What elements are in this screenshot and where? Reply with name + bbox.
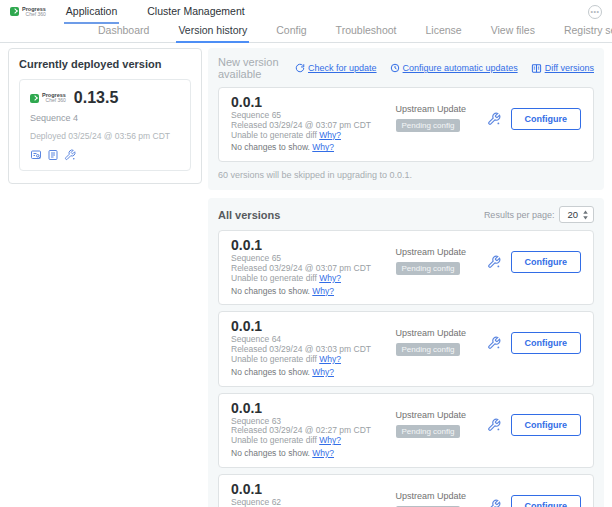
edit-config-icon[interactable] [487,336,501,350]
deployed-version-number: 0.13.5 [74,89,118,107]
check-for-update-link[interactable]: Check for update [295,63,377,73]
version-source-label: Upstream Update [396,247,487,257]
config-icon[interactable] [47,149,59,161]
deployed-version-card: Progress Chef 360 0.13.5 Sequence 4 Depl… [19,79,191,171]
top-bar: Progress Chef 360 Application Cluster Ma… [0,0,612,23]
configure-automatic-updates-link[interactable]: Configure automatic updates [390,63,518,73]
configure-button[interactable]: Configure [511,332,582,354]
diff-why-link[interactable]: Why? [319,273,341,283]
version-number: 0.0.1 [231,94,396,111]
results-per-page-select[interactable]: 20 [559,206,594,223]
version-number: 0.0.1 [231,481,396,498]
changes-why-link[interactable]: Why? [312,367,334,377]
changes-status-line: No changes to show. Why? [231,368,396,378]
deployed-sequence: Sequence 4 [30,113,180,123]
changes-status-line: No changes to show. Why? [231,449,396,459]
configure-button[interactable]: Configure [511,414,582,436]
tab-application[interactable]: Application [64,0,119,24]
changes-why-link[interactable]: Why? [312,142,334,152]
status-badge: Pending config [396,119,461,132]
status-badge: Pending config [396,425,461,438]
version-row: 0.0.1 Sequence 65 Released 03/29/24 @ 03… [218,87,594,162]
currently-deployed-title: Currently deployed version [19,58,191,70]
edit-config-icon[interactable] [487,255,501,269]
subnav-troubleshoot[interactable]: Troubleshoot [334,24,399,43]
app-subnav: Dashboard Version history Config Trouble… [0,23,612,43]
version-row: 0.0.1 Sequence 63 Released 03/29/24 @ 02… [218,393,594,468]
stepper-arrows-icon [582,210,589,220]
progress-logo-icon [10,7,19,16]
diff-status-line: Unable to generate diff Why? [231,131,396,141]
deployed-brand-product: Chef 360 [42,98,66,103]
version-source-label: Upstream Update [396,328,487,338]
configure-button[interactable]: Configure [511,251,582,273]
new-version-section: New version available Check for update C… [208,48,604,190]
diff-why-link[interactable]: Why? [319,435,341,445]
edit-config-icon[interactable] [64,149,76,161]
progress-logo-icon [30,94,39,103]
skipped-versions-note: 60 versions will be skipped in upgrading… [218,170,594,182]
diff-status-line: Unable to generate diff Why? [231,436,396,446]
changes-status-line: No changes to show. Why? [231,287,396,297]
subnav-registry-settings[interactable]: Registry settings [562,24,612,43]
changes-why-link[interactable]: Why? [312,286,334,296]
new-version-title: New version available [218,56,295,80]
subnav-version-history[interactable]: Version history [176,24,249,43]
release-notes-icon[interactable] [30,149,42,161]
status-badge: Pending config [396,343,461,356]
version-row: 0.0.1 Sequence 64 Released 03/29/24 @ 03… [218,311,594,386]
subnav-license[interactable]: License [424,24,464,43]
edit-config-icon[interactable] [487,418,501,432]
version-number: 0.0.1 [231,400,396,417]
refresh-icon [295,63,305,73]
version-source-label: Upstream Update [396,104,487,114]
tab-cluster-management[interactable]: Cluster Management [145,0,246,24]
edit-config-icon[interactable] [487,112,501,126]
diff-icon [531,63,542,74]
version-row: 0.0.1 Sequence 62 Released 03/29/24 @ 02… [218,474,594,507]
configure-button[interactable]: Configure [511,108,582,130]
version-number: 0.0.1 [231,237,396,254]
diff-status-line: Unable to generate diff Why? [231,274,396,284]
ellipsis-menu-icon[interactable]: ••• [588,5,602,19]
all-versions-section: All versions Results per page: 20 0.0.1 … [208,198,604,507]
version-sequence: Sequence 62 [231,498,396,507]
diff-status-line: Unable to generate diff Why? [231,355,396,365]
version-source-label: Upstream Update [396,491,487,501]
edit-config-icon[interactable] [487,499,501,507]
diff-why-link[interactable]: Why? [319,354,341,364]
changes-why-link[interactable]: Why? [312,448,334,458]
configure-button[interactable]: Configure [511,495,582,507]
version-number: 0.0.1 [231,318,396,335]
results-per-page-label: Results per page: [484,210,555,220]
status-badge: Pending config [396,262,461,275]
app-logo: Progress Chef 360 [10,7,46,17]
brand-product: Chef 360 [22,12,46,17]
version-row: 0.0.1 Sequence 65 Released 03/29/24 @ 03… [218,230,594,305]
diff-versions-link[interactable]: Diff versions [531,63,594,74]
auto-update-icon [390,63,400,73]
currently-deployed-card: Currently deployed version Progress Chef… [8,48,202,184]
changes-status-line: No changes to show. Why? [231,143,396,153]
subnav-view-files[interactable]: View files [489,24,537,43]
diff-why-link[interactable]: Why? [319,130,341,140]
version-source-label: Upstream Update [396,410,487,420]
deployed-timestamp: Deployed 03/25/24 @ 03:56 pm CDT [30,131,180,141]
subnav-dashboard[interactable]: Dashboard [96,24,151,43]
subnav-config[interactable]: Config [274,24,308,43]
all-versions-title: All versions [218,209,280,221]
deployed-app-logo: Progress Chef 360 [30,93,66,103]
